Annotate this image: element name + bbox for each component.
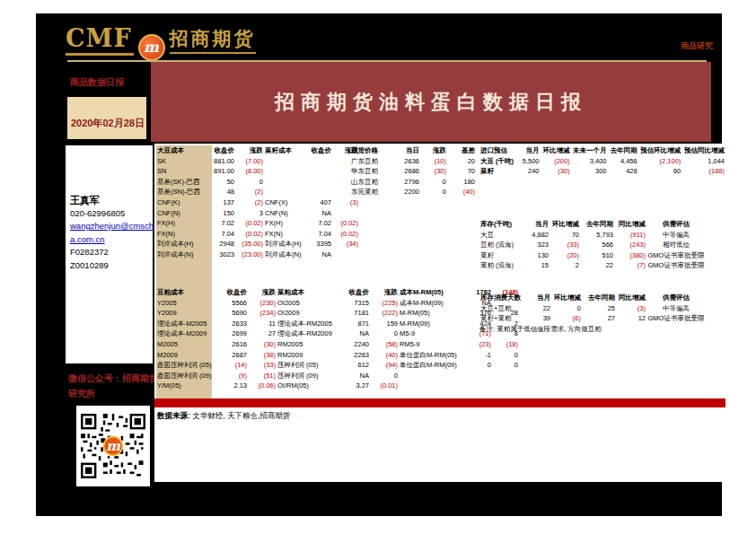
cell: 2699 bbox=[217, 328, 248, 339]
table-row: M20092687(38)RM20092263(40)单位蛋白M-RM(05)-… bbox=[156, 350, 519, 361]
cell bbox=[307, 177, 332, 188]
cell: (33) bbox=[248, 360, 277, 371]
cell: 0 bbox=[492, 360, 519, 371]
cell: 单位蛋白M-RM(05) bbox=[399, 350, 463, 361]
header-cell: 成本M-RM(05) bbox=[399, 287, 463, 298]
cell: RM5-9 bbox=[399, 339, 463, 350]
cell: 612 bbox=[338, 360, 370, 371]
cell: 150 bbox=[208, 208, 235, 219]
table-row: Y/M(05)2.13(0.06)OI/RM(05)3.27(0.01) bbox=[156, 381, 519, 391]
header-cell: 菜粕成本 bbox=[277, 287, 338, 298]
cell: (33) bbox=[549, 240, 580, 250]
cell: 成本M-RM(09) bbox=[399, 298, 463, 309]
cell: (0.02) bbox=[332, 218, 359, 229]
data-source-label: 数据来源: bbox=[157, 411, 190, 420]
cell: OI/RM(05) bbox=[277, 381, 338, 391]
report-panel: CMFm招商期货 商品研究 招商期货油料蛋白数据日报 商品数据日报 2020年0… bbox=[36, 13, 722, 516]
wechat-line-2: 研究所 bbox=[68, 386, 158, 401]
table-row: Y20095690(234)OI20097181(222)M-RM(05)376… bbox=[156, 308, 519, 319]
header-cell: 当日 bbox=[391, 145, 420, 156]
cell: 0 bbox=[370, 328, 399, 339]
qr-code-image: m bbox=[81, 414, 145, 478]
cell: 0 bbox=[420, 177, 447, 188]
cell: 基差(SK)-巴西 bbox=[156, 177, 208, 188]
cell: (18) bbox=[492, 339, 519, 350]
title-banner: 招商期货油料蛋白数据日报 bbox=[151, 62, 711, 142]
cell: 到岸成本(H) bbox=[264, 239, 307, 249]
cell: 180 bbox=[447, 177, 476, 188]
cell: 5,793 bbox=[580, 230, 614, 241]
table-row: SK881.00(7.00) bbox=[156, 156, 359, 167]
cell: 881.00 bbox=[208, 156, 235, 167]
cell: M2005 bbox=[156, 339, 217, 350]
cell bbox=[307, 166, 332, 177]
table-row: 豆粕 (沿海)323(33)566(243)相对低位 bbox=[479, 240, 706, 250]
cell: 7.04 bbox=[307, 229, 332, 240]
cell: (34) bbox=[332, 239, 359, 249]
cell: 130 bbox=[521, 250, 549, 261]
cell bbox=[307, 156, 332, 167]
cell bbox=[264, 187, 307, 197]
cell: 豆粕 (沿海) bbox=[479, 240, 521, 250]
cell: 7.02 bbox=[208, 218, 235, 229]
cell: GMO证书审批受限 bbox=[646, 313, 706, 324]
header-cell: 现货价格 bbox=[350, 145, 391, 156]
cell: (222) bbox=[370, 308, 399, 319]
table-row: 基差(SN)-巴西48(2) bbox=[156, 187, 359, 197]
cell: 0 bbox=[370, 371, 399, 381]
cell bbox=[264, 166, 307, 177]
cell: (9) bbox=[217, 371, 248, 381]
header-cell: 收盘价 bbox=[217, 287, 248, 298]
table-row: FX(N)7.04(0.02)FX(N)7.04(0.02) bbox=[156, 229, 359, 240]
header-cell: 当月 bbox=[526, 293, 551, 303]
cell: RM2005 bbox=[277, 339, 338, 350]
table-row: 到岸成本(N)3023(23.00)到岸成本(N)NA bbox=[156, 249, 359, 260]
main-sheet: 大豆成本收盘价涨跌菜籽成本收盘价涨跌SK881.00(7.00)SN891.00… bbox=[154, 144, 725, 482]
cell: 2 bbox=[549, 260, 580, 271]
cell: 理论成本-RM2009 bbox=[277, 328, 338, 339]
cell: Y/M(05) bbox=[156, 381, 217, 391]
email-link[interactable]: wangzhenjun@cmschin a.com.cn bbox=[70, 220, 153, 246]
cell: 11 bbox=[248, 319, 277, 329]
cell: (2,100) bbox=[638, 156, 682, 167]
cell: (23) bbox=[463, 339, 492, 350]
header-cell: 库存消费天数 bbox=[479, 293, 526, 303]
table-row: 基差(SK)-巴西500 bbox=[156, 177, 359, 188]
table-row: 大豆+豆粕22025(3)中等偏高 bbox=[479, 303, 706, 314]
cell: 60 bbox=[638, 166, 682, 177]
cell: 2263 bbox=[338, 350, 370, 361]
cell: 盘面压榨利润 (09) bbox=[156, 371, 217, 381]
cell: 566 bbox=[580, 240, 614, 250]
cell bbox=[492, 381, 519, 391]
table-row: 大豆成本收盘价涨跌菜籽成本收盘价涨跌 bbox=[156, 145, 359, 156]
cell: FX(N) bbox=[264, 229, 307, 240]
report-date: 2020年02月28日 bbox=[67, 117, 145, 139]
cell: 中等偏高 bbox=[646, 230, 706, 241]
cell: 中等偏高 bbox=[646, 303, 706, 314]
data-source-text: 文华财经, 天下粮仓,招商期货 bbox=[190, 411, 290, 420]
data-source: 数据来源: 文华财经, 天下粮仓,招商期货 bbox=[157, 411, 290, 422]
table-row: FX(H)7.02(0.02)FX(H)7.02(0.02) bbox=[156, 218, 359, 229]
cell: 240 bbox=[518, 166, 541, 177]
cell: (3) bbox=[616, 303, 646, 314]
cell: M2009 bbox=[156, 350, 217, 361]
table-row: CNF(K)137(2)CNF(X)407(3) bbox=[156, 197, 359, 208]
cell: 大豆+豆粕 bbox=[479, 303, 526, 314]
cell bbox=[332, 208, 359, 219]
cell: 2.13 bbox=[217, 381, 248, 391]
cell: 3.27 bbox=[338, 381, 370, 391]
note-text: 备注: 菜粕属于低估值段需求, 方向做豆粕 bbox=[479, 325, 602, 334]
header-cell: 去年同期 bbox=[582, 293, 616, 303]
cmf-logo: CMFm招商期货 bbox=[66, 24, 256, 61]
header-cell: 当月 bbox=[521, 219, 549, 230]
cell: 7181 bbox=[338, 308, 370, 319]
cell: (188) bbox=[681, 166, 725, 177]
cell: 48 bbox=[208, 187, 235, 197]
cell: NA bbox=[307, 208, 332, 219]
header-cell: 涨跌 bbox=[248, 287, 277, 298]
table-row: 菜粕 (沿海)15222(7)GMO证书审批受限 bbox=[479, 260, 706, 271]
cell: (380) bbox=[614, 250, 646, 261]
cell: 2687 bbox=[217, 350, 248, 361]
header-cell: 预估环比增减 bbox=[638, 145, 682, 156]
spot-price-table: 现货价格当日涨跌基差广东豆粕2636(10)20华东豆粕2686(30)70山东… bbox=[350, 145, 476, 197]
